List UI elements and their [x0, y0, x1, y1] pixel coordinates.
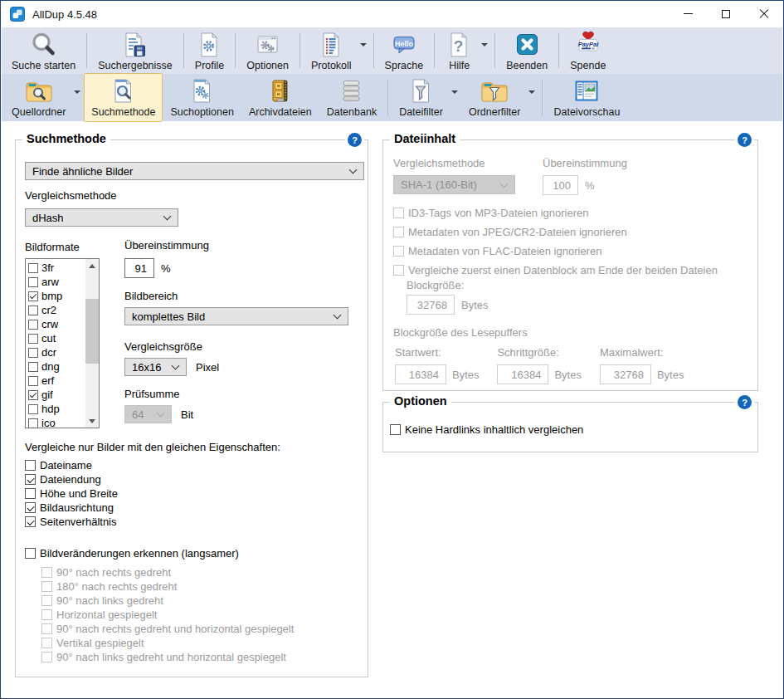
search-method-select[interactable]: Finde ähnliche Bilder	[25, 162, 364, 180]
scrollbar-thumb[interactable]	[85, 299, 99, 364]
format-checkbox[interactable]	[28, 306, 38, 315]
modification-checkbox-row: 90° nach rechts gedreht	[41, 565, 294, 579]
format-checkbox[interactable]	[28, 263, 38, 273]
nav-archive-files-button[interactable]: Archivdateien	[241, 73, 319, 122]
hardlinks-label: Keine Hardlinks inhaltlich vergleichen	[405, 423, 583, 436]
modification-checkbox-row: 90° nach rechts gedreht und horizontal g…	[41, 622, 294, 636]
minimize-button[interactable]	[669, 1, 707, 27]
detect-modifications-checkbox-row[interactable]: Bildveränderungen erkennen (langsamer)	[25, 546, 239, 560]
modification-checkbox-row: Vertikal gespiegelt	[41, 636, 294, 650]
image-area-value: komplettes Bild	[132, 310, 205, 323]
format-item[interactable]: 3fr	[28, 261, 85, 275]
nav-search-options-button[interactable]: Suchoptionen	[163, 73, 241, 122]
format-item[interactable]: dcr	[28, 345, 85, 359]
property-checkbox-row[interactable]: Bildausrichtung	[25, 501, 118, 515]
format-item[interactable]: bmp	[28, 289, 85, 303]
property-checkbox[interactable]	[25, 488, 36, 499]
property-checkbox[interactable]	[25, 460, 36, 471]
formats-scrollbar[interactable]	[85, 259, 99, 428]
search-results-button[interactable]: Suchergebnisse	[90, 27, 180, 76]
scroll-down-button[interactable]	[85, 414, 99, 428]
image-formats-listbox[interactable]: 3fr arw bmp cr2	[25, 258, 100, 428]
property-checkbox-row[interactable]: Höhe und Breite	[25, 486, 118, 501]
log-button[interactable]: Protokoll	[304, 27, 359, 76]
nav-database-button[interactable]: Datenbank	[319, 73, 384, 122]
help-button[interactable]: ? Hilfe	[438, 27, 480, 76]
exit-button[interactable]: Beenden	[499, 27, 555, 76]
format-checkbox[interactable]	[28, 390, 38, 400]
format-item[interactable]: arw	[28, 275, 85, 289]
property-checkbox[interactable]	[25, 516, 36, 527]
format-checkbox[interactable]	[28, 362, 38, 372]
format-checkbox[interactable]	[28, 404, 38, 414]
help-icon[interactable]: ?	[738, 395, 752, 409]
source-folder-dropdown-arrow[interactable]	[74, 90, 80, 94]
format-item[interactable]: cut	[28, 331, 85, 345]
property-checkbox[interactable]	[25, 474, 36, 485]
fc-match-label: Übereinstimmung	[543, 157, 627, 169]
format-label: crw	[41, 318, 58, 330]
panel-title: Suchmethode	[22, 132, 110, 145]
nav-source-folders-button[interactable]: Quellordner	[4, 73, 73, 122]
close-icon	[759, 9, 769, 19]
toolbar-separator	[434, 33, 435, 68]
help-icon[interactable]: ?	[738, 133, 752, 147]
match-input[interactable]: 91	[124, 258, 154, 278]
format-item[interactable]: hdp	[28, 402, 85, 416]
hardlinks-checkbox-row[interactable]: Keine Hardlinks inhaltlich vergleichen	[390, 423, 583, 437]
help-doc-icon: ?	[446, 30, 473, 60]
format-checkbox[interactable]	[28, 277, 38, 287]
compare-method-label: Vergleichsmethode	[25, 189, 117, 202]
detect-modifications-checkbox[interactable]	[25, 548, 36, 559]
format-item[interactable]: crw	[28, 317, 85, 331]
format-checkbox[interactable]	[28, 334, 38, 344]
toolbar-separator	[299, 33, 300, 68]
image-area-select[interactable]: komplettes Bild	[124, 307, 348, 325]
property-checkbox[interactable]	[25, 502, 36, 513]
close-button[interactable]	[745, 1, 783, 27]
nav-folder-filter-button[interactable]: Ordnerfilter	[461, 73, 528, 122]
buffer-field: Startwert: 16384Bytes	[395, 346, 494, 384]
folder-filter-dropdown-arrow[interactable]	[528, 90, 535, 94]
language-button[interactable]: Hello Sprache	[377, 27, 431, 76]
format-item[interactable]: cr2	[28, 303, 85, 317]
donate-icon: PayPal	[574, 30, 602, 60]
compare-size-select[interactable]: 16x16	[124, 358, 187, 376]
hardlinks-checkbox[interactable]	[390, 424, 401, 435]
format-checkbox[interactable]	[28, 320, 38, 330]
chevron-down-icon	[157, 409, 165, 418]
property-checkbox-row[interactable]: Dateiendung	[25, 472, 118, 486]
archive-files-icon	[266, 76, 294, 106]
format-item[interactable]: gif	[28, 388, 85, 402]
file-filter-dropdown-arrow[interactable]	[451, 90, 458, 94]
format-item[interactable]: ico	[28, 416, 85, 430]
donate-button[interactable]: PayPal Spende	[562, 27, 613, 76]
nav-file-preview-button[interactable]: Dateivorschau	[546, 73, 627, 122]
maximize-button[interactable]	[707, 1, 745, 27]
options-button[interactable]: Optionen	[239, 27, 296, 76]
format-checkbox[interactable]	[28, 418, 38, 428]
profiles-button[interactable]: Profile	[187, 27, 231, 76]
property-checkbox-row[interactable]: Seitenverhältnis	[25, 515, 118, 529]
modification-checkbox-row: 180° nach rechts gedreht	[41, 579, 294, 594]
format-checkbox[interactable]	[28, 376, 38, 386]
help-icon[interactable]: ?	[348, 133, 362, 147]
format-label: cr2	[41, 304, 56, 316]
property-checkbox-row[interactable]: Dateiname	[25, 458, 118, 472]
buffer-fields: Startwert: 16384Bytes Schrittgröße: 1638…	[395, 346, 699, 384]
modification-label: 90° nach rechts gedreht und horizontal g…	[56, 623, 294, 635]
format-item[interactable]: dng	[28, 359, 85, 374]
nav-file-filter-button[interactable]: Dateifilter	[392, 73, 450, 122]
format-checkbox[interactable]	[28, 348, 38, 358]
scroll-up-button[interactable]	[85, 259, 99, 272]
format-item[interactable]: erf	[28, 374, 85, 388]
nav-search-method-button[interactable]: Suchmethode	[84, 73, 163, 122]
log-dropdown-arrow[interactable]	[360, 43, 367, 46]
compare-method-select[interactable]: dHash	[25, 208, 178, 227]
help-dropdown-arrow[interactable]	[481, 43, 488, 46]
title-bar[interactable]: AllDup 4.5.48	[1, 1, 783, 27]
fc-checkbox-row: Metadaten von JPEG/CR2-Dateien ignoriere…	[393, 222, 718, 242]
format-checkbox[interactable]	[28, 291, 38, 301]
chevron-down-icon	[172, 362, 180, 370]
start-search-button[interactable]: Suche starten	[4, 27, 83, 76]
